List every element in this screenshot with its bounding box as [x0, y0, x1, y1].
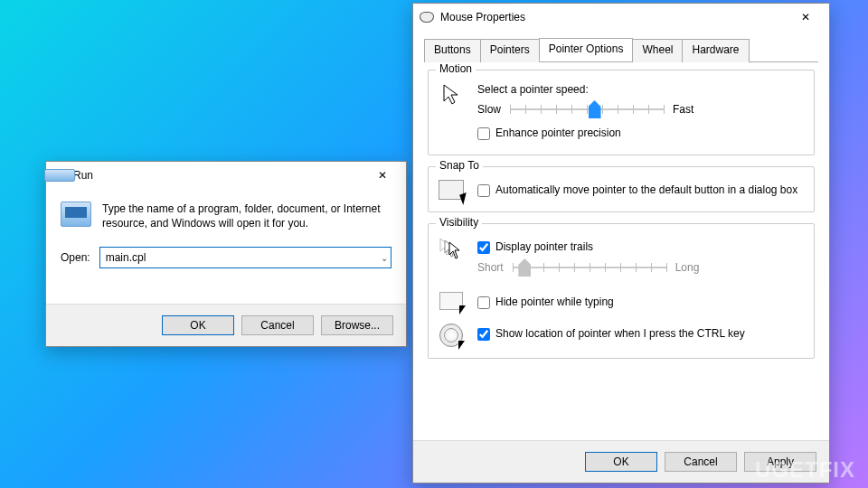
tab-bar: Buttons Pointers Pointer Options Wheel H… [424, 38, 818, 62]
tab-wheel[interactable]: Wheel [632, 39, 683, 62]
cancel-button[interactable]: Cancel [665, 452, 737, 472]
run-dialog: Run Type the name of a program, folder, … [45, 161, 407, 347]
motion-legend: Motion [436, 62, 476, 75]
ok-button[interactable]: OK [585, 452, 657, 472]
mouse-title: Mouse Properties [440, 11, 788, 23]
trails-length-slider[interactable] [513, 259, 666, 276]
show-location-label: Show location of pointer when I press th… [495, 327, 745, 340]
display-trails-label: Display pointer trails [495, 240, 593, 253]
tab-pointer-options[interactable]: Pointer Options [539, 38, 634, 61]
run-title: Run [73, 169, 364, 182]
cursor-arrow-icon [438, 83, 465, 107]
snap-to-icon [438, 180, 465, 200]
cancel-button[interactable]: Cancel [241, 315, 314, 335]
visibility-group: Visibility Display pointer trails [428, 223, 815, 359]
mouse-properties-dialog: Mouse Properties Buttons Pointers Pointe… [412, 3, 830, 483]
close-icon[interactable] [788, 5, 824, 30]
motion-group: Motion Select a pointer speed: Slow Fast [428, 70, 815, 155]
select-speed-label: Select a pointer speed: [477, 83, 805, 96]
hide-pointer-checkbox[interactable]: Hide pointer while typing [477, 296, 805, 309]
snap-to-group: Snap To Automatically move pointer to th… [428, 166, 815, 212]
apply-button[interactable]: Apply [744, 452, 816, 472]
run-title-icon [52, 167, 68, 183]
tab-hardware[interactable]: Hardware [682, 39, 749, 62]
slow-label: Slow [477, 103, 501, 116]
enhance-precision-label: Enhance pointer precision [495, 127, 621, 139]
open-label: Open: [61, 251, 90, 264]
run-description: Type the name of a program, folder, docu… [102, 202, 392, 230]
mouse-icon [419, 9, 435, 25]
pointer-trails-icon [438, 237, 465, 260]
display-trails-checkbox[interactable]: Display pointer trails [477, 240, 805, 254]
locate-pointer-icon [438, 324, 465, 347]
fast-label: Fast [673, 103, 693, 116]
run-titlebar[interactable]: Run [46, 162, 406, 189]
hide-pointer-icon [438, 292, 465, 310]
mouse-titlebar[interactable]: Mouse Properties [413, 4, 829, 31]
visibility-legend: Visibility [436, 216, 482, 229]
short-label: Short [477, 261, 504, 274]
snap-to-label: Automatically move pointer to the defaul… [495, 183, 797, 196]
snap-to-checkbox[interactable]: Automatically move pointer to the defaul… [477, 183, 805, 197]
enhance-precision-checkbox[interactable]: Enhance pointer precision [477, 127, 805, 140]
close-icon[interactable] [364, 163, 401, 188]
browse-button[interactable]: Browse... [321, 315, 393, 335]
chevron-down-icon[interactable]: ⌄ [381, 253, 388, 263]
open-input[interactable] [99, 247, 392, 268]
hide-pointer-label: Hide pointer while typing [495, 296, 614, 308]
tab-buttons[interactable]: Buttons [424, 39, 481, 62]
pointer-speed-slider[interactable] [510, 101, 664, 117]
snap-legend: Snap To [436, 159, 483, 172]
long-label: Long [675, 261, 700, 274]
tab-pointers[interactable]: Pointers [480, 39, 540, 62]
ok-button[interactable]: OK [162, 315, 234, 335]
show-location-checkbox[interactable]: Show location of pointer when I press th… [477, 327, 805, 341]
run-app-icon [61, 202, 91, 227]
